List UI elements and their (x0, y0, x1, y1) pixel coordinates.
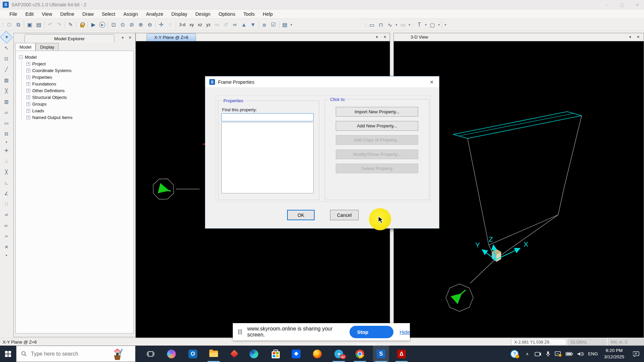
rotate-view-icon[interactable]: ↺ (221, 20, 230, 29)
menu-design[interactable]: Design (191, 10, 214, 18)
draw-joint-tool-icon[interactable]: ⊡ (2, 54, 11, 63)
tree-node-properties[interactable]: + Properties (26, 74, 133, 80)
dialog-close-icon[interactable]: ✕ (430, 79, 434, 85)
wall-dropdown-caret-icon[interactable]: ▾ (437, 23, 441, 26)
explorer-menu-caret-icon[interactable]: ▾ (122, 36, 124, 40)
add-new-property-button[interactable]: Add New Property... (336, 121, 418, 131)
zoom-out-icon[interactable]: ⊖ (145, 20, 154, 29)
find-property-input[interactable] (221, 113, 314, 121)
previous-zoom-icon[interactable]: ⊘ (127, 20, 136, 29)
minimize-window-icon[interactable]: – (606, 2, 609, 7)
tee-section-icon[interactable]: T (415, 20, 424, 29)
draw-poly-area-tool-icon[interactable]: ▱ (2, 108, 11, 117)
expand-icon[interactable]: + (26, 75, 30, 79)
tree-node-structural-objects[interactable]: + Structural Objects (26, 94, 133, 101)
get-previous-selection-icon[interactable]: ⧈ (260, 20, 269, 29)
ok-button[interactable]: OK (287, 210, 315, 220)
draw-rect-section-icon[interactable]: ▭ (367, 20, 376, 29)
screen-share-tray-button[interactable] (553, 346, 564, 362)
run-analysis-options-icon[interactable]: ▶ (99, 22, 105, 28)
chrome-button[interactable] (352, 346, 368, 362)
expand-icon[interactable]: + (26, 102, 30, 106)
print-icon[interactable]: ▤ (34, 20, 43, 29)
menu-select[interactable]: Select (98, 10, 119, 18)
node-reshaper-icon[interactable]: ∵ (166, 20, 175, 29)
dialog-titlebar[interactable]: S Frame Properties ✕ (205, 76, 439, 88)
camera-tray-button[interactable] (533, 346, 543, 362)
tray-overflow-chevron[interactable]: ∧ (522, 346, 533, 362)
view-yz-button[interactable]: yz (204, 21, 213, 28)
menu-options[interactable]: Options (214, 10, 239, 18)
firefox-button[interactable] (309, 346, 325, 362)
snap-lines-tool-icon[interactable]: ✕ (2, 243, 11, 251)
pause-sharing-icon[interactable] (238, 329, 242, 335)
expand-icon[interactable]: + (26, 62, 30, 66)
redo-icon[interactable]: ↷ (55, 20, 64, 29)
model-explorer-tab[interactable]: Model Explorer (24, 34, 114, 43)
language-indicator[interactable]: ENG (586, 346, 600, 362)
tab-display[interactable]: Display (36, 43, 59, 51)
action-center-button[interactable] (629, 346, 644, 362)
design-app-button[interactable] (226, 346, 242, 362)
lock-model-icon[interactable] (77, 20, 87, 29)
coordinate-system-dropdown[interactable]: GLOBAL ⌄ (568, 339, 606, 345)
quick-draw-area-tool-icon[interactable]: ⊟ (2, 129, 11, 138)
nd-dropdown-caret-icon[interactable]: ▾ (407, 23, 411, 26)
expand-icon[interactable]: + (26, 82, 30, 86)
microsoft-store-button[interactable] (268, 346, 284, 362)
snap-ps-tool-icon[interactable]: ps: (2, 221, 11, 230)
truss-section-icon[interactable]: ∿ (385, 20, 394, 29)
tree-node-foundations[interactable]: + Foundations (26, 80, 133, 87)
pan-icon[interactable]: ✛ (157, 20, 166, 29)
hide-toast-link[interactable]: Hide (399, 329, 410, 335)
snap-to-angle-tool-icon[interactable]: ∠ (2, 189, 11, 198)
xy-plane-view-tab[interactable]: X-Y Plane @ Z=6 (147, 34, 196, 41)
tree-node-groups[interactable]: + Groups (26, 101, 133, 107)
quick-draw-brace-tool-icon[interactable]: ╳ (2, 86, 11, 95)
remote-support-tray-button[interactable]: ? (507, 346, 522, 362)
three-d-view-tab[interactable]: 3-D View (411, 35, 428, 40)
more-tools-caret-icon[interactable]: ▾ (443, 23, 447, 26)
snap-to-grid-tool-icon[interactable]: ∷ (2, 200, 11, 208)
perspective-toggle-icon[interactable]: ∞ (230, 20, 239, 29)
maximize-window-icon[interactable]: ▢ (620, 2, 624, 7)
explorer-close-icon[interactable]: ✕ (128, 36, 131, 40)
microphone-tray-button[interactable] (543, 346, 553, 362)
draw-rect-area-tool-icon[interactable]: ▭ (2, 119, 11, 127)
view-3d-button[interactable]: 3-d (177, 21, 187, 28)
menu-display[interactable]: Display (167, 10, 192, 18)
menu-assign[interactable]: Assign (119, 10, 142, 18)
menu-analyze[interactable]: Analyze (142, 10, 167, 18)
copilot-button[interactable] (163, 346, 179, 362)
draw-more-caret-icon[interactable]: ▾ (2, 140, 11, 144)
expand-icon[interactable]: + (26, 69, 30, 72)
tree-node-project[interactable]: + Project (26, 60, 133, 67)
tee-dropdown-caret-icon[interactable]: ▾ (424, 23, 428, 26)
menu-help[interactable]: Help (259, 10, 277, 18)
dropbox-button[interactable]: ❖ (288, 346, 304, 362)
close-window-icon[interactable]: ✕ (636, 2, 639, 7)
rubber-band-zoom-icon[interactable]: ⊡ (109, 20, 118, 29)
run-analysis-icon[interactable]: ▶ (89, 20, 98, 29)
import-new-property-button[interactable]: Import New Property... (336, 107, 418, 117)
clock-tray-button[interactable]: 6:20 PM 3/12/2025 (600, 346, 629, 362)
property-list[interactable] (221, 122, 314, 193)
start-button[interactable] (0, 346, 16, 362)
expand-icon[interactable]: + (26, 109, 30, 113)
snap-to-joints-tool-icon[interactable]: ✛ (2, 146, 11, 155)
sap2000-taskbar-button[interactable]: S (373, 346, 389, 362)
nd-button[interactable]: nd (398, 21, 407, 28)
zoom-in-icon[interactable]: ⊕ (136, 20, 145, 29)
reshape-object-tool-icon[interactable]: ↖ (2, 44, 11, 52)
move-down-in-list-icon[interactable]: ▼ (249, 20, 258, 29)
menu-draw[interactable]: Draw (78, 10, 98, 18)
acrobat-button[interactable]: Δ (393, 346, 410, 362)
view-xz-button[interactable]: xz (196, 21, 204, 28)
tree-node-loads[interactable]: + Loads (26, 107, 133, 114)
menu-tools[interactable]: Tools (239, 10, 259, 18)
move-up-in-list-icon[interactable]: ▲ (239, 20, 249, 29)
file-explorer-button[interactable] (206, 346, 222, 362)
tree-node-named-output-items[interactable]: + Named Output Items (26, 114, 133, 121)
stop-sharing-button[interactable]: Stop sharing (350, 326, 394, 338)
volume-tray-button[interactable] (575, 346, 586, 362)
